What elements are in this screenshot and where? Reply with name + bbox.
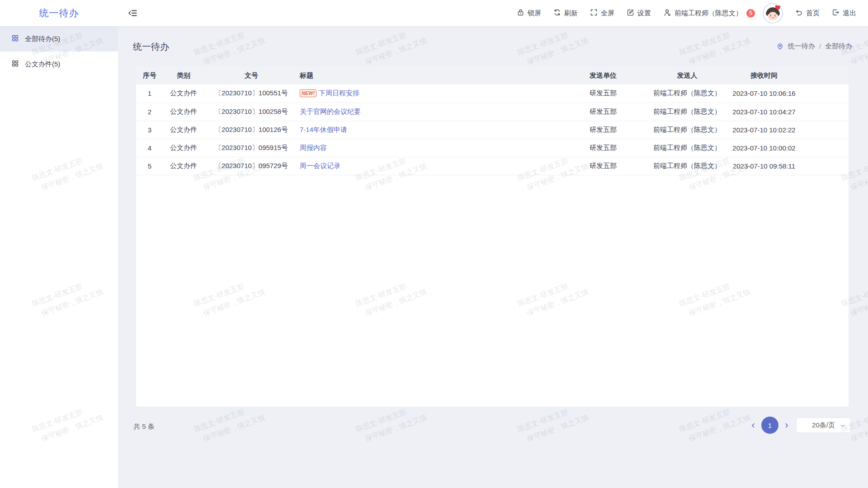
row-index: 5: [136, 157, 163, 175]
undo-arrow-icon: [795, 9, 803, 18]
table-row: 5公文办件〔20230710〕095729号周一会议记录研发五部前端工程师（陈思…: [136, 157, 849, 175]
header-toolbar: 锁屏 刷新 全屏: [505, 0, 856, 26]
row-sender: 前端工程师（陈思文）: [649, 103, 726, 121]
row-doc-no: 〔20230710〕100126号: [204, 121, 299, 139]
page-number-button[interactable]: 1: [761, 417, 778, 434]
prev-page-button[interactable]: ‹: [748, 417, 759, 434]
row-doc-no: 〔20230710〕095729号: [204, 157, 299, 175]
grid-icon: [11, 34, 19, 43]
sidebar-collapse-button[interactable]: [127, 8, 138, 18]
table-row: 1公文办件〔20230710〕100551号NEW!下周日程安排研发五部前端工程…: [136, 84, 849, 103]
page-size-select[interactable]: 20条/页: [796, 418, 851, 433]
row-category: 公文办件: [163, 84, 204, 103]
logout-label: 退出: [843, 9, 856, 18]
row-unit: 研发五部: [557, 121, 649, 139]
row-filler: [802, 139, 849, 157]
breadcrumb: 统一待办 / 全部待办: [776, 42, 852, 51]
row-time: 2023-07-10 09:58:11: [726, 157, 802, 175]
row-unit: 研发五部: [557, 157, 649, 175]
grid-icon: [11, 60, 19, 69]
column-header-doc-no: 文号: [204, 66, 299, 84]
row-title-cell: 7-14年休假申请: [299, 121, 557, 139]
page-size-value: 20条/页: [812, 421, 835, 430]
breadcrumb-item-current: 全部待办: [825, 42, 852, 51]
row-time: 2023-07-10 10:02:22: [726, 121, 802, 139]
table-body: 1公文办件〔20230710〕100551号NEW!下周日程安排研发五部前端工程…: [136, 84, 849, 175]
breadcrumb-separator: /: [819, 42, 821, 50]
top-header: 统一待办 锁屏 刷新: [0, 0, 868, 26]
logout-button[interactable]: 退出: [832, 9, 856, 18]
doc-title-link[interactable]: 周一会议记录: [300, 162, 340, 169]
row-category: 公文办件: [163, 157, 204, 175]
edit-square-icon: [627, 9, 634, 18]
row-title-cell: 周一会议记录: [299, 157, 557, 175]
todo-table: 序号 类别 文号 标题 发送单位 发送人 接收时间 1公文办件〔20230710…: [136, 66, 849, 175]
lock-screen-button[interactable]: 锁屏: [517, 9, 541, 18]
row-title-cell: 周报内容: [299, 139, 557, 157]
settings-button[interactable]: 设置: [627, 9, 651, 18]
row-index: 1: [136, 84, 163, 103]
todo-count-badge: 5: [746, 9, 755, 18]
logout-icon: [832, 9, 840, 18]
row-index: 4: [136, 139, 163, 157]
table-row: 2公文办件〔20230710〕100258号关于官网的会议纪要研发五部前端工程师…: [136, 103, 849, 121]
fullscreen-icon: [590, 9, 598, 18]
row-time: 2023-07-10 10:04:27: [726, 103, 802, 121]
refresh-label: 刷新: [564, 9, 578, 18]
menu-fold-icon: [128, 13, 138, 19]
row-time: 2023-07-10 10:00:02: [726, 139, 802, 157]
column-header-time: 接收时间: [726, 66, 802, 84]
row-sender: 前端工程师（陈思文）: [649, 157, 726, 175]
doc-title-link[interactable]: 下周日程安排: [319, 89, 359, 97]
row-category: 公文办件: [163, 139, 204, 157]
user-avatar[interactable]: [763, 3, 783, 23]
home-label: 首页: [806, 9, 820, 18]
row-filler: [802, 121, 849, 139]
refresh-button[interactable]: 刷新: [553, 9, 578, 18]
row-doc-no: 〔20230710〕095915号: [204, 139, 299, 157]
row-filler: [802, 157, 849, 175]
sidebar: 全部待办(5) 公文办件(5): [0, 26, 118, 488]
main-content: 统一待办 统一待办 / 全部待办 序号 类别 文号 标题 发送单位: [118, 26, 868, 488]
next-page-button[interactable]: ›: [781, 417, 792, 434]
location-pin-icon: [776, 42, 784, 50]
new-badge: NEW!: [300, 89, 316, 97]
column-header-sender: 发送人: [649, 66, 726, 84]
sidebar-item-label: 公文办件(5): [25, 60, 60, 69]
row-index: 3: [136, 121, 163, 139]
user-icon: [663, 9, 671, 18]
row-category: 公文办件: [163, 103, 204, 121]
app-logo: 统一待办: [0, 0, 118, 26]
row-sender: 前端工程师（陈思文）: [649, 84, 726, 103]
table-row: 3公文办件〔20230710〕100126号7-14年休假申请研发五部前端工程师…: [136, 121, 849, 139]
row-unit: 研发五部: [557, 84, 649, 103]
user-menu-button[interactable]: 前端工程师（陈思文）: [663, 9, 742, 18]
column-header-category: 类别: [163, 66, 204, 84]
breadcrumb-item-root[interactable]: 统一待办: [788, 42, 815, 51]
sidebar-item-official-docs[interactable]: 公文办件(5): [0, 52, 118, 77]
pagination: ‹ 1 › 20条/页: [748, 417, 851, 434]
lock-screen-label: 锁屏: [528, 9, 541, 18]
table-header-row: 序号 类别 文号 标题 发送单位 发送人 接收时间: [136, 66, 849, 84]
row-filler: [802, 103, 849, 121]
column-header-unit: 发送单位: [557, 66, 649, 84]
table-row: 4公文办件〔20230710〕095915号周报内容研发五部前端工程师（陈思文）…: [136, 139, 849, 157]
fullscreen-button[interactable]: 全屏: [590, 9, 614, 18]
row-category: 公文办件: [163, 121, 204, 139]
settings-label: 设置: [637, 9, 651, 18]
total-count: 共 5 条: [133, 422, 155, 431]
doc-title-link[interactable]: 7-14年休假申请: [300, 126, 347, 133]
row-doc-no: 〔20230710〕100551号: [204, 84, 299, 103]
page-title: 统一待办: [133, 41, 169, 53]
sidebar-item-all-todos[interactable]: 全部待办(5): [0, 26, 118, 52]
doc-title-link[interactable]: 关于官网的会议纪要: [300, 108, 361, 115]
refresh-icon: [553, 9, 561, 18]
row-title-cell: 关于官网的会议纪要: [299, 103, 557, 121]
fullscreen-label: 全屏: [601, 9, 614, 18]
sidebar-item-label: 全部待办(5): [25, 35, 60, 43]
column-header-title: 标题: [299, 66, 557, 84]
row-sender: 前端工程师（陈思文）: [649, 139, 726, 157]
user-name-label: 前端工程师（陈思文）: [675, 9, 742, 18]
home-button[interactable]: 首页: [795, 9, 820, 18]
doc-title-link[interactable]: 周报内容: [300, 144, 327, 151]
